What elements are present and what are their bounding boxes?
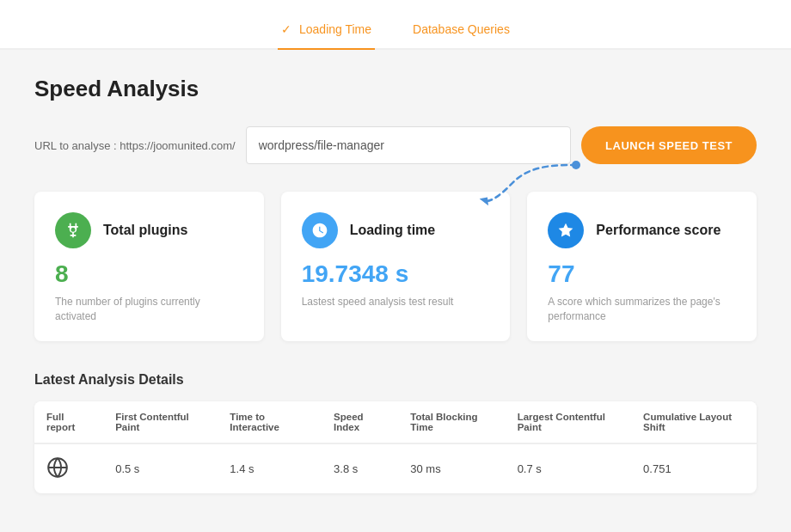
stat-desc-performance: A score which summarizes the page's perf… [548,295,736,324]
stat-value-performance: 77 [548,260,736,288]
stat-value-loading: 19.7348 s [302,260,490,288]
stat-card-header-loading: Loading time [302,212,490,248]
stat-card-header: Total plugins [55,212,243,248]
stats-row: Total plugins 8 The number of plugins cu… [34,192,757,341]
stat-desc-loading: Lastest speed analysis test result [302,295,490,309]
url-label: URL to analyse : https://joomunited.com/ [34,139,236,152]
stat-card-loading-time: Loading time 19.7348 s Lastest speed ana… [281,192,511,341]
stat-card-performance: Performance score 77 A score which summa… [527,192,757,341]
col-speed-index: Speed Index [322,401,398,443]
cell-fcp: 0.5 s [103,443,218,493]
col-lcp: Largest Contentful Paint [506,401,631,443]
stat-value-plugins: 8 [55,260,243,288]
col-fcp: First Contentful Paint [103,401,218,443]
launch-speed-test-button[interactable]: LAUNCH SPEED TEST [581,126,757,164]
analysis-section: Latest Analysis Details Full report Firs… [34,372,757,493]
tab-loading-time[interactable]: ✓ Loading Time [278,14,375,48]
main-content: Speed Analysis URL to analyse : https://… [0,50,791,519]
star-icon [548,212,584,248]
col-cls: Cumulative Layout Shift [631,401,757,443]
stat-desc-plugins: The number of plugins currently activate… [55,295,243,324]
stat-card-header-performance: Performance score [548,212,736,248]
cell-speed-index: 3.8 s [322,443,398,493]
col-tti: Time to Interactive [218,401,322,443]
tab-database-queries[interactable]: Database Queries [409,14,513,48]
check-icon: ✓ [281,22,291,36]
page-title: Speed Analysis [34,76,757,102]
analysis-table: Full report First Contentful Paint Time … [34,401,757,493]
cell-cls: 0.751 [631,443,757,493]
globe-icon [46,456,69,479]
cell-full-report [34,443,103,493]
col-tbt: Total Blocking Time [398,401,505,443]
table-row: 0.5 s 1.4 s 3.8 s 30 ms 0.7 s 0.751 [34,443,757,493]
stat-title-plugins: Total plugins [103,223,187,238]
cell-lcp: 0.7 s [506,443,631,493]
url-bar-section: URL to analyse : https://joomunited.com/… [34,126,757,164]
table-header-row: Full report First Contentful Paint Time … [34,401,757,443]
svg-point-1 [572,161,580,169]
stat-card-total-plugins: Total plugins 8 The number of plugins cu… [34,192,264,341]
stat-title-loading: Loading time [350,223,436,238]
clock-icon [302,212,338,248]
cell-tti: 1.4 s [218,443,322,493]
analysis-section-title: Latest Analysis Details [34,372,757,388]
plug-icon [55,212,91,248]
url-input[interactable] [246,126,571,164]
top-tabs-bar: ✓ Loading Time Database Queries [0,0,791,50]
col-full-report: Full report [34,401,103,443]
stat-title-performance: Performance score [596,223,720,238]
cell-tbt: 30 ms [398,443,505,493]
